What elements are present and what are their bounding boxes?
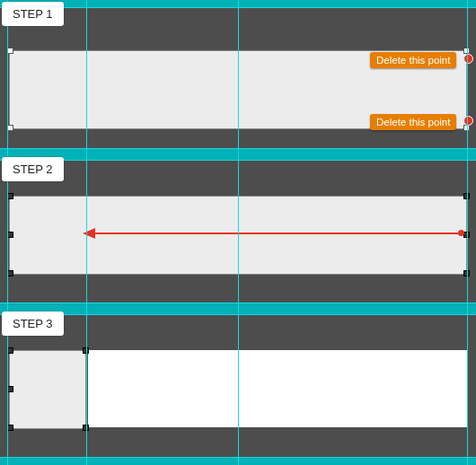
resize-handle[interactable] (7, 125, 13, 131)
step-label-1: STEP 1 (2, 2, 64, 26)
resize-handle[interactable] (7, 232, 13, 238)
step-label-2: STEP 2 (2, 157, 64, 181)
delete-point-tooltip[interactable]: Delete this point (370, 114, 456, 130)
editor-canvas: Delete this point Delete this point STEP… (0, 0, 476, 465)
resize-handle[interactable] (7, 425, 13, 431)
grid-line-horizontal (0, 457, 476, 458)
resize-handle[interactable] (7, 270, 13, 276)
step3-white-box[interactable] (88, 350, 467, 427)
drag-arrow (93, 232, 462, 234)
grid-line-vertical (467, 0, 468, 465)
grid-line-horizontal (0, 160, 476, 161)
grid-line-vertical (238, 0, 239, 465)
arrow-head-icon (83, 228, 95, 239)
grid-line-horizontal (0, 7, 476, 8)
drag-origin-dot (458, 230, 464, 236)
anchor-point[interactable] (463, 116, 473, 126)
delete-point-tooltip[interactable]: Delete this point (370, 52, 456, 68)
grid-line-horizontal (0, 303, 476, 303)
resize-handle[interactable] (7, 193, 13, 199)
step-label-3: STEP 3 (2, 311, 64, 336)
resize-handle[interactable] (7, 347, 13, 354)
anchor-point[interactable] (463, 54, 473, 64)
grid-line-vertical (7, 0, 8, 465)
grid-line-horizontal (0, 148, 476, 149)
step3-narrow-box[interactable] (9, 350, 86, 429)
resize-handle[interactable] (7, 386, 13, 392)
resize-handle[interactable] (7, 48, 13, 54)
grid-line-vertical (86, 0, 87, 465)
grid-line-horizontal (0, 314, 476, 315)
